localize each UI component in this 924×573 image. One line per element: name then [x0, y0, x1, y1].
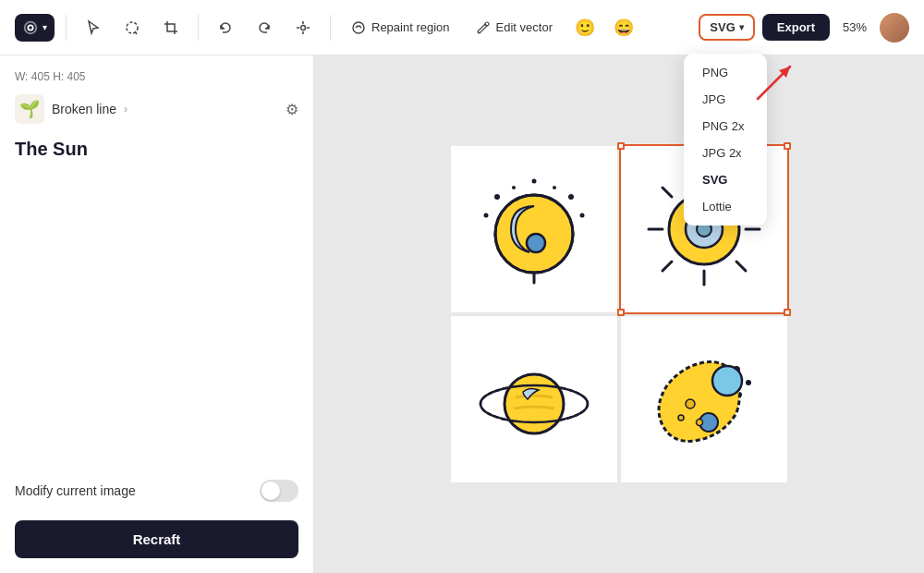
edit-vector-button[interactable]: Edit vector	[467, 15, 562, 41]
style-settings-button[interactable]: ⚙	[286, 101, 298, 118]
saturn-icon	[469, 335, 599, 464]
left-panel: W: 405 H: 405 🌱 Broken line › ⚙ The Sun …	[0, 55, 314, 573]
zoom-label: 53%	[843, 20, 867, 34]
svg-line-22	[663, 262, 672, 271]
handle-tr	[784, 142, 791, 150]
handle-tl	[617, 142, 625, 150]
format-option-svg[interactable]: SVG	[684, 166, 767, 193]
style-name: Broken line	[52, 102, 116, 116]
modify-row: Modify current image	[15, 480, 298, 502]
logo-chevron: ▾	[43, 22, 47, 32]
crop-tool-button[interactable]	[155, 12, 187, 43]
svg-point-33	[712, 366, 742, 396]
separator-1	[66, 15, 67, 41]
moon-icon	[639, 335, 769, 464]
export-label: Export	[777, 20, 815, 34]
format-option-jpg[interactable]: JPG	[684, 86, 767, 113]
svg-point-37	[678, 415, 684, 421]
svg-point-6	[568, 194, 574, 200]
export-button[interactable]: Export	[762, 14, 830, 41]
sun-eclipse-icon	[469, 165, 599, 294]
style-row: 🌱 Broken line › ⚙	[15, 94, 298, 124]
style-emoji: 🌱	[19, 99, 40, 119]
repaint-label: Repaint region	[371, 20, 450, 34]
svg-point-8	[532, 179, 537, 184]
recraft-button[interactable]: Recraft	[15, 520, 298, 558]
panel-spacer	[15, 171, 298, 469]
avatar[interactable]	[880, 13, 909, 43]
format-selector-button[interactable]: SVG ▾	[699, 14, 754, 41]
format-option-lottie[interactable]: Lottie	[684, 193, 767, 220]
main-layout: W: 405 H: 405 🌱 Broken line › ⚙ The Sun …	[0, 55, 924, 573]
format-chevron-icon: ▾	[739, 22, 744, 32]
svg-point-1	[301, 25, 306, 30]
svg-line-20	[736, 262, 746, 271]
svg-point-35	[686, 399, 695, 408]
svg-point-4	[494, 194, 500, 200]
logo-icon	[22, 19, 39, 36]
edit-vector-icon	[476, 20, 491, 35]
emoji-haha-button[interactable]: 😄	[608, 12, 639, 43]
pan-tool-button[interactable]	[287, 12, 319, 43]
handle-br	[784, 309, 791, 316]
modify-label: Modify current image	[15, 483, 136, 498]
svg-point-36	[697, 420, 703, 426]
format-option-png2x[interactable]: PNG 2x	[684, 113, 767, 140]
svg-point-7	[580, 213, 585, 218]
handle-bl	[617, 309, 625, 316]
topbar: ▾	[0, 0, 924, 55]
modify-toggle[interactable]	[260, 480, 298, 502]
svg-point-9	[512, 186, 516, 189]
format-dropdown: PNG JPG PNG 2x JPG 2x SVG Lottie	[684, 54, 767, 226]
svg-point-2	[353, 22, 364, 33]
select-tool-button[interactable]	[78, 12, 109, 43]
icon-cell-saturn[interactable]	[451, 316, 617, 482]
icon-cell-moon[interactable]	[621, 316, 787, 482]
repaint-icon	[351, 20, 366, 35]
icon-cell-sun-eclipse[interactable]	[451, 146, 617, 312]
redo-button[interactable]	[249, 12, 280, 43]
recraft-label: Recraft	[133, 531, 181, 547]
svg-point-0	[127, 22, 138, 33]
separator-3	[330, 15, 331, 41]
style-icon: 🌱	[15, 94, 44, 124]
dimensions-display: W: 405 H: 405	[15, 70, 298, 83]
logo-button[interactable]: ▾	[15, 14, 55, 42]
canvas-area	[314, 55, 924, 573]
separator-2	[198, 15, 199, 41]
format-current-label: SVG	[710, 20, 735, 34]
svg-point-5	[484, 213, 489, 218]
toggle-knob	[261, 482, 280, 500]
svg-line-19	[663, 188, 672, 197]
format-option-jpg2x[interactable]: JPG 2x	[684, 140, 767, 166]
svg-point-27	[505, 374, 564, 433]
repaint-region-button[interactable]: Repaint region	[342, 15, 459, 41]
panel-title: The Sun	[15, 139, 298, 160]
emoji-smile-button[interactable]: 🙂	[569, 12, 601, 43]
undo-button[interactable]	[210, 12, 241, 43]
svg-point-30	[746, 380, 751, 385]
lasso-tool-button[interactable]	[116, 12, 148, 43]
svg-point-12	[527, 234, 545, 252]
zoom-button[interactable]: 53%	[837, 17, 872, 38]
edit-vector-label: Edit vector	[496, 20, 553, 34]
svg-point-10	[553, 186, 556, 189]
format-option-png[interactable]: PNG	[684, 59, 767, 86]
style-chevron-icon: ›	[124, 103, 128, 116]
avatar-image	[880, 13, 909, 43]
